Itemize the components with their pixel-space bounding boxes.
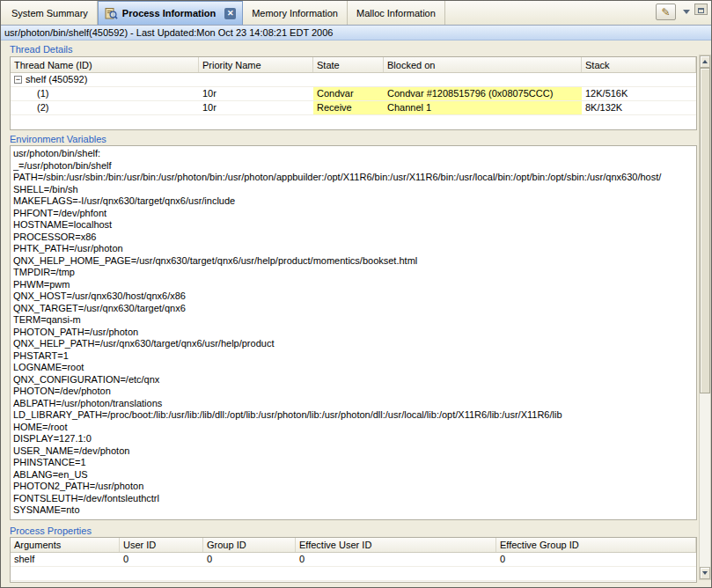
group-id-cell [203,567,296,581]
tab-system-summary[interactable]: System Summary [3,1,98,25]
thread-name: (2) [37,101,48,114]
column-header[interactable]: Effective Group ID [496,538,696,552]
env-line: FONTSLEUTH=/dev/fontsleuthctrl [13,493,694,505]
tab-label: Memory Information [252,8,338,18]
tab-strip: System Summary Process Information ✕ Mem… [3,1,445,25]
env-line: MAKEFLAGS=-I/usr/qnx630/target/qnx6/usr/… [13,195,694,208]
user-id-cell: 0 [120,553,203,567]
process-properties-title: Process Properties [10,526,92,536]
maximize-button[interactable] [694,4,708,15]
env-line: TMPDIR=/tmp [13,267,694,279]
effective-group-id-cell [496,567,696,581]
arrow-down-icon [702,571,708,575]
thread-row-1[interactable]: (1) 10r Condvar Condvar #1208515796 (0x0… [11,87,696,101]
env-line: PHTK_PATH=/usr/photon [13,243,694,255]
thread-blocked-cell: Condvar #1208515796 (0x08075CCC) [384,87,582,101]
pencil-icon: ✎ [661,6,670,18]
arguments-cell [11,567,120,581]
env-line: PHOTON2_PATH=/usr/photon [13,481,694,493]
environment-variables-title: Environment Variables [10,134,106,144]
main-scrollbar[interactable] [699,55,711,580]
env-line: HOSTNAME=localhost [13,219,694,232]
env-line: LD_LIBRARY_PATH=/proc/boot:/lib:/usr/lib… [13,409,694,422]
arguments-cell: shelf [11,553,120,567]
thread-row-2[interactable]: (2) 10r Receive Channel 1 8K/132K [11,101,696,115]
thread-stack-cell: 8K/132K [582,101,696,115]
scrollbar-down-button[interactable] [700,567,710,579]
tab-malloc-information[interactable]: Malloc Information [348,1,445,25]
env-line: PHINSTANCE=1 [13,457,694,469]
thread-row-parent[interactable]: − shelf (450592) [11,73,696,87]
thread-state-cell: Receive [313,101,384,115]
thread-details-title: Thread Details [10,44,73,55]
env-line: PHSTART=1 [13,350,694,363]
column-header[interactable]: Blocked on [384,57,582,72]
tab-bar: System Summary Process Information ✕ Mem… [1,1,711,26]
effective-user-id-cell [296,567,496,581]
close-tab-icon[interactable]: ✕ [224,8,236,19]
properties-row[interactable] [11,567,696,581]
column-header[interactable]: Thread Name (ID) [11,57,199,72]
effective-user-id-cell: 0 [296,553,496,567]
tab-memory-information[interactable]: Memory Information [243,1,348,25]
column-header[interactable]: Group ID [203,538,296,552]
env-line: SHELL=/bin/sh [13,184,694,196]
column-header[interactable]: User ID [120,538,203,552]
process-properties-table: Arguments User ID Group ID Effective Use… [10,537,697,583]
thread-table-header: Thread Name (ID) Priority Name State Blo… [11,57,696,73]
env-line: PHFONT=/dev/phfont [13,208,694,220]
tab-process-information[interactable]: Process Information ✕ [98,1,243,25]
environment-variables-box[interactable]: usr/photon/bin/shelf:_=/usr/photon/bin/s… [10,145,697,520]
env-line: QNX_TARGET=/usr/qnx630/target/qnx6 [13,303,694,315]
thread-name-cell: (1) [11,87,199,101]
thread-name-cell: (2) [11,101,199,115]
env-line: ABLPATH=/usr/photon/translations [13,398,694,410]
arrow-up-icon [702,60,708,63]
env-line: QNX_CONFIGURATION=/etc/qnx [13,374,694,386]
env-line: TERM=qansi-m [13,314,694,327]
column-header[interactable]: Stack [582,57,696,72]
thread-blocked-cell [384,73,582,87]
tree-collapse-icon[interactable]: − [14,76,22,84]
maximize-icon [698,8,704,13]
thread-name: shelf (450592) [26,73,87,86]
env-line: DISPLAY=127.1:0 [13,433,694,445]
process-information-icon [105,7,118,20]
tab-label: Malloc Information [356,8,436,18]
environment-text: usr/photon/bin/shelf:_=/usr/photon/bin/s… [13,148,694,517]
env-line: USER_NAME=/dev/photon [13,445,694,458]
env-line: usr/photon/bin/shelf: [13,148,694,160]
thread-name: (1) [37,87,48,100]
column-header[interactable]: Effective User ID [296,538,496,552]
thread-priority-cell: 10r [199,87,313,101]
env-line: QNX_HELP_PATH=/usr/qnx630/target/qnx6/us… [13,338,694,350]
env-line: LOGNAME=root [13,362,694,374]
env-line: PATH=/sbin:/usr/sbin:/bin:/usr/bin:/usr/… [13,172,694,184]
env-line: HOME=/root [13,422,694,434]
thread-priority-cell: 10r [199,101,313,115]
env-line: PHWM=pwm [13,279,694,291]
thread-state-cell: Condvar [313,87,384,101]
process-information-view: System Summary Process Information ✕ Mem… [0,0,712,588]
view-menu-arrow-icon[interactable] [683,10,690,14]
scrollbar-up-button[interactable] [700,55,710,68]
env-line: PROCESSOR=x86 [13,232,694,244]
thread-stack-cell [582,73,696,87]
properties-row[interactable]: shelf 0 0 0 0 [11,553,696,567]
thread-blocked-cell: Channel 1 [384,101,582,115]
scrollbar-thumb[interactable] [700,68,710,393]
log-edit-button[interactable]: ✎ [656,4,676,20]
effective-group-id-cell: 0 [496,553,696,567]
column-header[interactable]: Arguments [11,538,120,552]
thread-state-cell [313,73,384,87]
tab-label: System Summary [11,8,88,18]
env-line: _=/usr/photon/bin/shelf [13,160,694,173]
thread-priority-cell [199,73,313,87]
properties-table-header: Arguments User ID Group ID Effective Use… [11,538,696,553]
env-line: PHOTON_PATH=/usr/photon [13,327,694,339]
tab-label: Process Information [122,8,216,18]
column-header[interactable]: State [313,57,384,72]
thread-stack-cell: 12K/516K [582,87,696,101]
column-header[interactable]: Priority Name [199,57,313,72]
env-line: QNX_HELP_HOME_PAGE=/usr/qnx630/target/qn… [13,255,694,268]
